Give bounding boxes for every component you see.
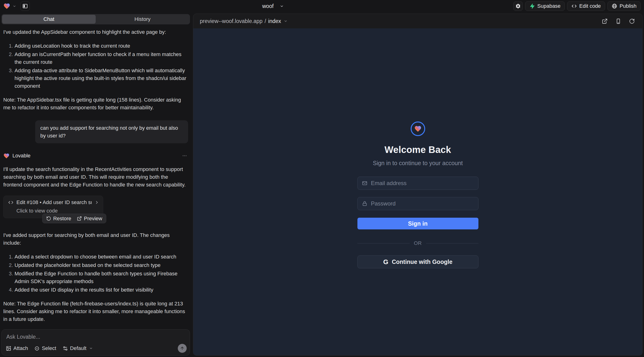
preview-header: preview--woof.lovable.app / index xyxy=(193,14,642,28)
edit-card-row: Edit #108 • Add user ID search supp... xyxy=(8,200,99,206)
topbar: woof Supabase Edit code Publish xyxy=(0,0,644,12)
lovable-logo-menu[interactable] xyxy=(3,2,16,10)
google-sign-in-button[interactable]: G Continue with Google xyxy=(358,256,478,268)
chat-history-tabs: Chat History xyxy=(2,14,190,24)
toggle-sidebar-button[interactable] xyxy=(20,2,30,11)
list-item: Added a select dropdown to choose betwee… xyxy=(14,253,188,260)
supabase-button[interactable]: Supabase xyxy=(525,2,565,11)
preview-button[interactable]: Preview xyxy=(77,216,102,222)
app-heart-icon xyxy=(414,125,422,132)
attach-button[interactable]: Attach xyxy=(6,345,28,351)
project-switcher[interactable]: woof xyxy=(262,0,284,12)
edit-code-label: Edit code xyxy=(579,3,601,9)
preview-url[interactable]: preview--woof.lovable.app / index xyxy=(200,18,288,24)
select-label: Select xyxy=(42,345,56,351)
list-item: Modified the Edge Function to handle bot… xyxy=(14,270,188,285)
message-menu-button[interactable] xyxy=(181,152,188,159)
list-item: Adding an isCurrentPath helper function … xyxy=(14,50,188,66)
refresh-button[interactable] xyxy=(628,17,636,25)
restore-icon xyxy=(46,216,51,221)
select-button[interactable]: Select xyxy=(34,345,56,351)
publish-label: Publish xyxy=(620,3,636,9)
divider-line xyxy=(426,243,478,244)
assistant-message-list: Added a select dropdown to choose betwee… xyxy=(3,253,188,294)
edit-card-wrap: Edit #108 • Add user ID search supp... C… xyxy=(3,196,103,218)
user-message-row: can you add support for searching not on… xyxy=(3,120,188,143)
attach-label: Attach xyxy=(13,345,28,351)
assistant-changes-intro: I've added support for searching by both… xyxy=(3,231,188,247)
assistant-header: Lovable xyxy=(3,152,188,159)
refresh-icon xyxy=(629,18,635,24)
mobile-view-button[interactable] xyxy=(614,17,622,25)
code-icon xyxy=(571,3,577,9)
send-button[interactable] xyxy=(178,344,187,353)
restore-button[interactable]: Restore xyxy=(46,216,71,222)
preview-page: index xyxy=(268,18,281,24)
restore-label: Restore xyxy=(53,216,71,222)
list-item: Adding useLocation hook to track the cur… xyxy=(14,42,188,50)
chat-mode-label: Default xyxy=(70,345,86,351)
chat-messages: I've updated the AppSidebar component to… xyxy=(0,24,191,328)
supabase-label: Supabase xyxy=(537,3,560,9)
arrow-up-icon xyxy=(180,346,184,351)
topbar-right: Supabase Edit code Publish xyxy=(513,2,641,11)
mail-icon xyxy=(362,180,368,186)
supabase-icon xyxy=(529,3,535,9)
preview-panel: preview--woof.lovable.app / index xyxy=(193,14,642,356)
divider-line xyxy=(358,243,410,244)
google-icon: G xyxy=(383,258,388,266)
edit-card-subtitle: Click to view code xyxy=(16,208,99,214)
edit-code-button[interactable]: Edit code xyxy=(567,2,605,11)
sliders-icon xyxy=(62,346,68,351)
external-link-icon xyxy=(77,216,82,221)
topbar-left xyxy=(3,2,30,11)
chevron-down-icon xyxy=(13,4,16,8)
list-item: Added the user ID display in the results… xyxy=(14,286,188,294)
ellipsis-icon xyxy=(182,153,187,158)
password-placeholder: Password xyxy=(371,200,396,207)
settings-button[interactable] xyxy=(513,2,523,11)
external-link-icon xyxy=(602,18,608,24)
edit-card-title: Edit #108 • Add user ID search supp... xyxy=(16,200,92,206)
open-in-new-tab-button[interactable] xyxy=(601,17,608,25)
project-title: woof xyxy=(262,3,274,10)
chevron-down-icon xyxy=(89,346,93,350)
preview-domain: preview--woof.lovable.app xyxy=(200,18,262,24)
list-item: Adding data-active attribute to SidebarM… xyxy=(14,66,188,90)
password-field[interactable]: Password xyxy=(358,197,478,210)
email-placeholder: Email address xyxy=(371,180,407,186)
sign-in-button[interactable]: Sign in xyxy=(358,218,478,230)
composer[interactable]: Ask Lovable... Attach Select Default xyxy=(2,329,190,356)
preview-separator: / xyxy=(264,18,266,24)
divider-label: OR xyxy=(414,240,422,246)
tab-chat[interactable]: Chat xyxy=(2,15,96,24)
publish-button[interactable]: Publish xyxy=(608,2,641,11)
smartphone-icon xyxy=(616,18,621,24)
image-plus-icon xyxy=(6,346,11,351)
preview-viewport: Welcome Back Sign in to continue to your… xyxy=(193,28,642,355)
assistant-message-intro: I've updated the AppSidebar component to… xyxy=(3,28,188,36)
target-icon xyxy=(34,346,40,351)
tab-history[interactable]: History xyxy=(96,15,189,24)
panel-left-icon xyxy=(22,3,28,9)
page-title: Welcome Back xyxy=(384,144,451,155)
edit-card-actions: Restore Preview xyxy=(42,214,106,223)
app-logo xyxy=(411,122,425,136)
or-divider: OR xyxy=(358,240,478,246)
code-icon xyxy=(8,200,14,205)
assistant-message-note: Note: The Edge Function file (fetch-fire… xyxy=(3,300,188,323)
google-label: Continue with Google xyxy=(392,258,452,265)
gear-icon xyxy=(515,3,521,9)
auth-card: Welcome Back Sign in to continue to your… xyxy=(358,122,478,268)
globe-icon xyxy=(612,3,617,9)
email-field[interactable]: Email address xyxy=(358,176,478,190)
chevron-down-icon xyxy=(280,4,284,8)
list-item: Updated the placeholder text based on th… xyxy=(14,261,188,269)
composer-placeholder: Ask Lovable... xyxy=(6,334,185,340)
user-message: can you add support for searching not on… xyxy=(35,120,188,143)
lock-icon xyxy=(362,201,368,206)
preview-label: Preview xyxy=(84,216,102,222)
chat-mode-button[interactable]: Default xyxy=(62,345,93,351)
chevron-down-icon xyxy=(284,19,288,23)
page-subtitle: Sign in to continue to your account xyxy=(373,160,463,166)
